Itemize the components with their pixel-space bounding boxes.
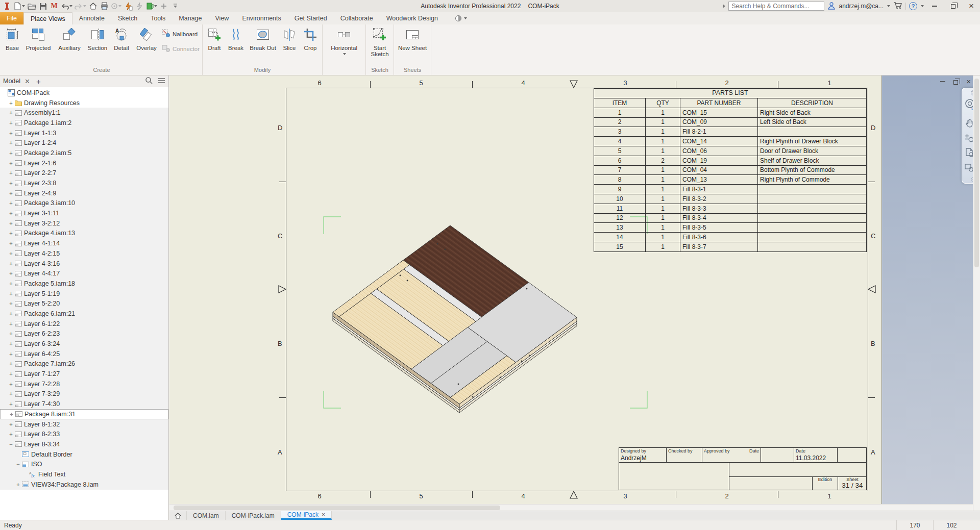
parts-list-row[interactable]: 101Fill 8-3-2: [594, 194, 866, 204]
tree-item-package-2-iam-5[interactable]: +Package 2.iam:5: [0, 148, 168, 158]
parts-list-row[interactable]: 91Fill 8-3-1: [594, 184, 866, 194]
ribbon-button-nailboard[interactable]: Nailboard: [160, 29, 201, 39]
ribbon-button-draft[interactable]: Draft: [204, 24, 225, 66]
expand-icon[interactable]: +: [8, 230, 14, 236]
help-search-input[interactable]: [728, 2, 824, 11]
expand-icon[interactable]: +: [8, 240, 14, 246]
ribbon-button-projected[interactable]: Projected: [22, 24, 54, 66]
parts-list-row[interactable]: 111Fill 8-3-3: [594, 204, 866, 213]
ribbon-button-auxiliary[interactable]: Auxiliary: [54, 24, 85, 66]
ribbon-tab-view[interactable]: View: [209, 12, 236, 24]
tree-item-layer-6-2-23[interactable]: +Layer 6-2:23: [0, 329, 168, 339]
tree-item-field-text[interactable]: AfxField Text: [0, 469, 168, 479]
tree-item-iso[interactable]: −ISO: [0, 459, 168, 469]
expand-icon[interactable]: +: [8, 391, 14, 397]
expand-icon[interactable]: +: [8, 110, 14, 116]
user-avatar-icon[interactable]: [827, 2, 836, 11]
expand-icon[interactable]: +: [8, 291, 14, 297]
close-button[interactable]: ×: [964, 1, 979, 12]
open-icon[interactable]: [27, 1, 37, 11]
tree-item-layer-7-2-28[interactable]: +Layer 7-2:28: [0, 379, 168, 389]
ribbon-display-toggle[interactable]: [452, 12, 470, 24]
ribbon-button-new-sheet[interactable]: New Sheet: [395, 24, 430, 66]
expand-icon[interactable]: +: [8, 220, 14, 226]
expand-icon[interactable]: +: [8, 431, 14, 437]
doc-minimize-icon[interactable]: [940, 81, 945, 82]
doc-tab-com-ipack[interactable]: COM-iPack×: [281, 511, 332, 520]
undo-icon[interactable]: [60, 1, 73, 11]
parts-list-row[interactable]: 71COM_04Bottom Plynth of Commode: [594, 165, 866, 175]
browser-menu-icon[interactable]: [158, 78, 165, 85]
help-menu-caret-icon[interactable]: [921, 5, 924, 7]
tree-item-package-5-iam-18[interactable]: +Package 5.iam:18: [0, 279, 168, 289]
measure-icon[interactable]: [110, 1, 122, 11]
expand-icon[interactable]: +: [9, 411, 14, 417]
tree-item-package-7-iam-26[interactable]: +Package 7.iam:26: [0, 359, 168, 369]
expand-icon[interactable]: +: [8, 300, 14, 307]
help-icon[interactable]: ?: [909, 2, 917, 10]
ribbon-tab-file[interactable]: File: [0, 12, 23, 24]
ribbon-tab-woodwork-design[interactable]: Woodwork Design: [380, 12, 445, 24]
tree-item-assembly1-1[interactable]: +Assembly1:1: [0, 108, 168, 118]
doc-tab-close-icon[interactable]: ×: [322, 511, 325, 518]
tree-item-layer-1-1-3[interactable]: +Layer 1-1:3: [0, 128, 168, 138]
collapse-icon[interactable]: −: [8, 441, 14, 447]
inventor-logo-icon[interactable]: [2, 1, 12, 11]
expand-icon[interactable]: +: [8, 321, 14, 327]
expand-icon[interactable]: +: [8, 210, 14, 216]
ribbon-button-detail[interactable]: ADetail: [110, 24, 133, 66]
hscroll-thumb[interactable]: [174, 506, 500, 510]
ribbon-button-break-out[interactable]: Break Out: [247, 24, 279, 66]
collapse-icon[interactable]: −: [15, 461, 21, 467]
tree-item-layer-2-1-6[interactable]: +Layer 2-1:6: [0, 158, 168, 168]
parts-list-row[interactable]: 141Fill 8-3-6: [594, 232, 866, 242]
doc-tab-home-icon[interactable]: [169, 511, 187, 520]
tree-item-layer-8-3-34[interactable]: −Layer 8-3:34: [0, 439, 168, 449]
ribbon-tab-environments[interactable]: Environments: [235, 12, 287, 24]
parts-list-row[interactable]: 21COM_09Left Side of Back: [594, 117, 866, 127]
ribbon-button-horizontal[interactable]: Horizontal: [324, 24, 364, 66]
qat-customize-icon[interactable]: [170, 1, 180, 11]
tree-item-drawing-resources[interactable]: +Drawing Resources: [0, 98, 168, 108]
expand-icon[interactable]: +: [8, 281, 14, 287]
tree-item-default-border[interactable]: Default Border: [0, 449, 168, 460]
tree-item-layer-8-1-32[interactable]: +Layer 8-1:32: [0, 419, 168, 430]
vscroll-thumb[interactable]: [974, 79, 979, 267]
parts-list-row[interactable]: 31Fill 8-2-1: [594, 127, 866, 136]
expand-icon[interactable]: +: [8, 150, 14, 156]
tree-item-layer-6-3-24[interactable]: +Layer 6-3:24: [0, 339, 168, 349]
ribbon-button-start-sketch[interactable]: Start Sketch: [367, 24, 393, 66]
ribbon-button-section[interactable]: Section: [85, 24, 110, 66]
expand-icon[interactable]: +: [8, 401, 14, 407]
tree-item-view34-package-8-iam[interactable]: +VIEW34:Package 8.iam: [0, 479, 168, 490]
new-file-icon[interactable]: [13, 1, 26, 11]
expand-icon[interactable]: +: [8, 261, 14, 267]
browser-tab-model[interactable]: Model: [3, 78, 20, 85]
app-store-cart-icon[interactable]: [893, 2, 902, 11]
tree-item-layer-4-2-15[interactable]: +Layer 4-2:15: [0, 248, 168, 259]
ribbon-button-crop[interactable]: Crop: [300, 24, 321, 66]
expand-icon[interactable]: +: [8, 421, 14, 427]
tree-item-package-6-iam-21[interactable]: +Package 6.iam:21: [0, 309, 168, 319]
horizontal-scrollbar[interactable]: [169, 504, 973, 511]
add-tool-icon[interactable]: [159, 1, 169, 11]
save-icon[interactable]: [38, 1, 48, 11]
browser-search-icon[interactable]: [145, 77, 153, 86]
tree-item-layer-4-1-14[interactable]: +Layer 4-1:14: [0, 238, 168, 248]
ribbon-tab-tools[interactable]: Tools: [144, 12, 172, 24]
vertical-scrollbar[interactable]: [973, 75, 980, 511]
tree-item-layer-5-1-19[interactable]: +Layer 5-1:19: [0, 289, 168, 299]
expand-icon[interactable]: +: [8, 331, 14, 337]
expand-icon[interactable]: +: [8, 130, 14, 136]
expand-icon[interactable]: +: [15, 482, 21, 488]
tree-item-layer-5-2-20[interactable]: +Layer 5-2:20: [0, 298, 168, 309]
ribbon-button-base[interactable]: Base: [2, 24, 22, 66]
ilogic-trigger-icon[interactable]: [123, 1, 133, 11]
home-icon[interactable]: [88, 1, 98, 11]
ribbon-button-overlay[interactable]: Overlay: [133, 24, 160, 66]
ribbon-tab-sketch[interactable]: Sketch: [111, 12, 144, 24]
parts-list-row[interactable]: 11COM_15Right Side of Back: [594, 108, 866, 117]
tree-item-package-3-iam-10[interactable]: +Package 3.iam:10: [0, 198, 168, 209]
expand-icon[interactable]: +: [8, 371, 14, 377]
restore-button[interactable]: [945, 1, 961, 12]
